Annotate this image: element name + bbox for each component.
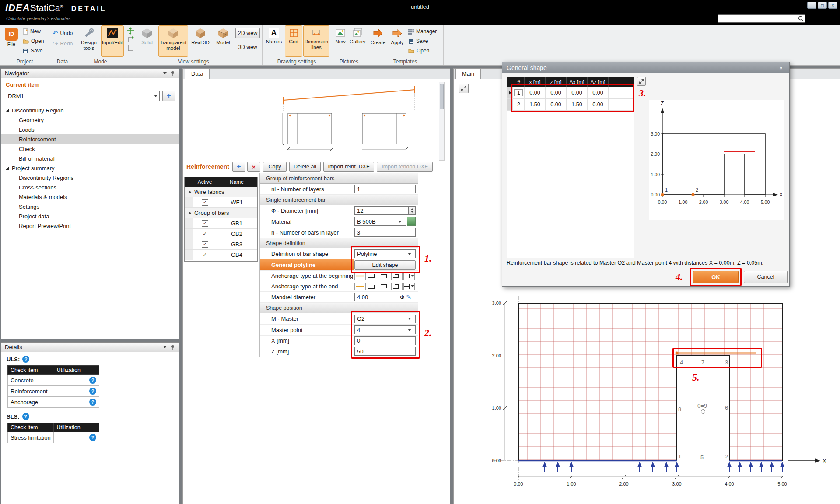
close-button[interactable]: × [828,2,837,9]
nav-item-reinforcement[interactable]: Reinforcement [1,134,179,144]
nav-item-report-preview[interactable]: Report Preview/Print [1,221,179,231]
anchorage-plate-icon[interactable] [403,272,415,280]
minimize-button[interactable]: – [807,2,816,9]
dialog-titlebar[interactable]: General shape × [502,62,789,74]
pencil-icon[interactable]: ✎ [406,294,411,301]
nl-input[interactable]: 1 [354,185,416,193]
nav-item-loads[interactable]: Loads [1,125,179,134]
preview-scrollbar[interactable] [439,82,444,161]
pin-icon[interactable] [170,71,175,76]
view-2d-button[interactable]: 2D view [235,28,260,38]
anchorage-hook-down-icon[interactable] [379,272,390,280]
axis-origin-icon[interactable] [127,45,134,52]
move-axes-icon[interactable] [127,27,134,35]
solid-view-button[interactable]: Solid [136,25,158,57]
view-3d-button[interactable]: 3D view [235,42,260,52]
nav-item-bill-of-material[interactable]: Bill of material [1,154,179,163]
nav-item-cross-sections[interactable]: Cross-sections [1,182,179,192]
nav-item-discontinuity-region[interactable]: Discontinuity Region [1,105,179,115]
expand-table-button[interactable] [637,77,646,86]
anchorage-loop-icon[interactable] [391,272,402,280]
template-create-button[interactable]: Create [368,25,388,57]
bars-in-layer-input[interactable]: 3 [354,228,416,237]
nav-item-project-data[interactable]: Project data [1,211,179,221]
nav-item-materials-models[interactable]: Materials & models [1,192,179,202]
template-open-button[interactable]: Open [408,46,429,55]
ok-button[interactable]: OK [693,271,738,283]
nav-item-geometry[interactable]: Geometry [1,115,179,125]
stress-limitation-help-icon[interactable]: ? [89,434,96,441]
group-of-bars[interactable]: Group of bars [185,208,257,218]
tab-data[interactable]: Data [185,68,210,79]
nav-item-settings[interactable]: Settings [1,202,179,211]
z-offset-input[interactable]: 50 [354,347,416,356]
new-project-button[interactable]: New [23,27,41,36]
import-tendon-dxf-button[interactable]: Import tendon DXF [377,162,433,172]
anchorage-plate-icon[interactable] [403,283,415,290]
material-editor-icon-button[interactable] [407,217,416,226]
import-reinf-dxf-button[interactable]: Import reinf. DXF [323,162,374,172]
fit-view-button[interactable] [459,84,469,93]
expander-icon[interactable] [6,166,9,170]
file-button[interactable]: ID File [3,25,20,56]
template-manager-button[interactable]: Manager [408,27,437,36]
master-select[interactable]: O2 [354,315,416,323]
design-tools-button[interactable]: Design tools [77,25,100,57]
picture-new-button[interactable]: New [332,25,348,57]
group-wire-fabrics[interactable]: Wire fabrics [185,187,257,197]
search-input[interactable] [720,16,798,22]
tab-main[interactable]: Main [455,68,481,79]
anchorage-loop-icon[interactable] [391,283,402,290]
template-apply-button[interactable]: Apply [388,25,406,57]
input-edit-button[interactable]: Input/Edit [101,25,124,57]
list-item-wf1[interactable]: ✓ WF1 [185,197,257,208]
material-select[interactable]: B 500B [354,217,406,226]
list-item-gb2[interactable]: ✓ GB2 [185,229,257,239]
pin-icon[interactable] [170,345,175,350]
cancel-button[interactable]: Cancel [744,271,788,283]
anchorage-help-icon[interactable]: ? [89,399,96,406]
diameter-input[interactable]: 12 [354,206,409,215]
add-reinforcement-button[interactable]: + [232,162,245,172]
add-item-button[interactable]: + [162,91,175,101]
list-item-gb3[interactable]: ✓ GB3 [185,239,257,250]
reinforcement-help-icon[interactable]: ? [89,388,96,395]
main-drawing[interactable]: 3.00 2.00 1.00 0.00 0.00 1.00 2.00 3.00 … [481,289,836,504]
polyline-point-2[interactable] [692,193,695,196]
model-view-button[interactable]: Model [213,25,234,57]
anchorage-hook-up-icon[interactable] [367,283,378,290]
anchorage-hook-up-icon[interactable] [367,272,378,280]
gb4-checkbox[interactable]: ✓ [202,252,208,258]
list-item-gb1[interactable]: ✓ GB1 [185,218,257,229]
gallery-button[interactable]: Gallery [349,25,366,57]
delete-all-button[interactable]: Delete all [289,162,321,172]
rotate-view-icon[interactable] [127,36,134,43]
wall-outline[interactable] [518,303,782,461]
gb1-checkbox[interactable]: ✓ [202,220,208,227]
x-offset-input[interactable]: 0 [354,336,416,345]
nav-item-project-summary[interactable]: Project summary [1,163,179,173]
real-3d-button[interactable]: Real 3D [189,25,212,57]
dimension-lines-button[interactable]: Dimension lines [303,25,329,57]
list-item-gb4[interactable]: ✓ GB4 [185,250,257,260]
table-row[interactable]: 2 1.50 0.00 1.50 0.00 [507,99,634,111]
redo-button[interactable]: ↷ Redo [52,39,73,48]
mandrel-input[interactable]: 4.00 [354,293,398,301]
diameter-stepper[interactable] [409,206,416,215]
polyline-point-1[interactable] [661,193,664,196]
table-row[interactable]: 1 0.00 0.00 0.00 0.00 [507,87,634,99]
wf1-checkbox[interactable]: ✓ [202,199,208,206]
copy-button[interactable]: Copy [263,162,287,172]
dialog-close-icon[interactable]: × [777,64,785,72]
grid-button[interactable]: Grid [285,25,302,57]
concrete-help-icon[interactable]: ? [89,377,96,384]
uls-help-icon[interactable]: ? [22,356,29,363]
nav-item-check[interactable]: Check [1,144,179,154]
sls-help-icon[interactable]: ? [22,413,29,420]
anchorage-hook-down-icon[interactable] [379,283,390,290]
transparent-model-button[interactable]: Transparent model [158,25,188,57]
current-item-select[interactable]: DRM1 [5,91,160,101]
search-box[interactable] [718,14,805,23]
save-project-button[interactable]: Save [23,46,42,55]
template-save-button[interactable]: Save [408,37,428,46]
